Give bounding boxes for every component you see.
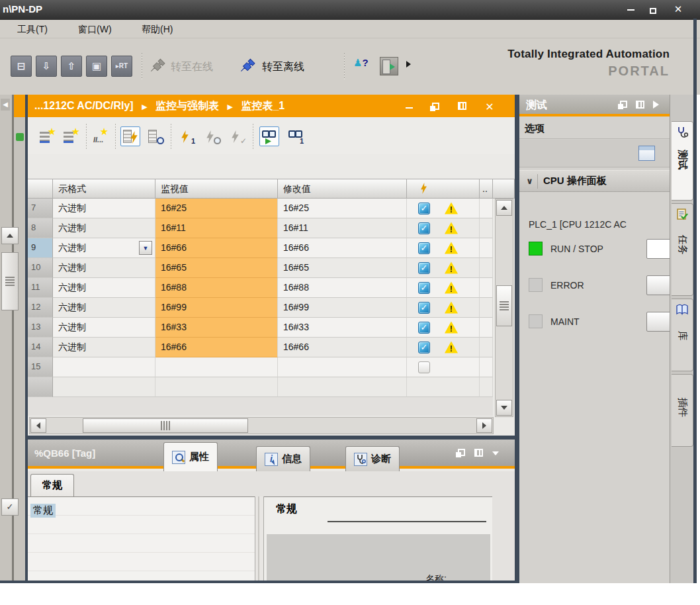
open-window-button[interactable] <box>638 146 655 161</box>
side-tab-addins[interactable]: 插件 <box>672 374 693 447</box>
start-simulation-icon[interactable]: ▣ <box>86 56 107 77</box>
display-format-cell[interactable] <box>53 377 155 397</box>
left-scroll-up-button[interactable] <box>1 227 19 244</box>
modify-value-cell[interactable]: 16#11 <box>278 218 407 238</box>
monitor-value-cell[interactable]: 16#11 <box>155 218 278 238</box>
display-format-cell[interactable]: 六进制 <box>53 199 155 218</box>
chevron-down-icon[interactable]: ∨ <box>522 174 538 189</box>
column-header-index[interactable] <box>28 179 53 199</box>
left-scroll-thumb[interactable] <box>1 252 19 310</box>
modify-value-cell[interactable]: 16#25 <box>278 199 407 218</box>
go-online-button[interactable]: 转至在线 <box>171 60 213 74</box>
start-panel-icon[interactable] <box>380 57 398 75</box>
go-offline-button[interactable]: 转至离线 <box>262 60 304 74</box>
left-bottom-check-icon[interactable]: ✓ <box>1 498 19 516</box>
modify-enable-checkbox[interactable]: ✓ <box>418 203 430 214</box>
info-system-icon[interactable]: ♟? <box>353 57 373 77</box>
row-number-cell[interactable]: 9 <box>28 238 53 258</box>
modify-value-cell[interactable]: 16#99 <box>278 298 407 318</box>
editor-minimize-icon[interactable] <box>402 101 416 111</box>
row-number-cell[interactable] <box>28 377 53 397</box>
watch-all-button[interactable] <box>259 126 279 146</box>
monitor-value-cell[interactable]: 16#66 <box>155 238 278 258</box>
monitor-value-cell[interactable] <box>155 357 278 377</box>
column-header-format[interactable]: 示格式 <box>53 179 155 199</box>
column-header-more[interactable]: .. <box>480 179 493 199</box>
row-number-cell[interactable]: 14 <box>28 338 53 357</box>
row-number-cell[interactable]: 11 <box>28 278 53 298</box>
scroll-right-button[interactable] <box>476 418 492 433</box>
modify-value-cell[interactable]: 16#66 <box>278 338 407 357</box>
nav-item-general[interactable]: 常规 <box>30 504 56 518</box>
table-row[interactable]: 11六进制16#8816#88✓ <box>28 278 493 298</box>
row-number-cell[interactable]: 12 <box>28 298 53 318</box>
modify-enable-checkbox[interactable]: ✓ <box>418 242 430 254</box>
panel-float-icon[interactable] <box>620 101 627 108</box>
table-row[interactable]: 7六进制16#2516#25✓ <box>28 199 493 218</box>
table-row[interactable]: 13六进制16#3316#33✓ <box>28 318 493 338</box>
modify-value-cell[interactable]: 16#66 <box>278 238 407 258</box>
modify-value-cell[interactable] <box>278 357 407 377</box>
modify-value-cell[interactable]: 16#65 <box>278 258 407 278</box>
modify-with-trigger-button[interactable] <box>202 126 222 146</box>
splitter-handle[interactable] <box>255 496 264 581</box>
editor-float-icon[interactable] <box>429 101 442 111</box>
scroll-down-button[interactable] <box>496 400 512 416</box>
tab-diagnostics[interactable]: 诊断 <box>345 446 400 471</box>
tab-general-folder[interactable]: 常规 <box>30 474 74 496</box>
table-row[interactable]: 12六进制16#9916#99✓ <box>28 298 493 318</box>
side-tab-libraries[interactable]: 库 <box>672 299 693 371</box>
inspector-layout-icon[interactable] <box>474 449 483 457</box>
collapse-left-icon[interactable]: ◀ <box>1 99 10 111</box>
modify-value-cell[interactable]: 16#33 <box>278 318 407 338</box>
add-row-button[interactable] <box>61 126 81 146</box>
format-dropdown-button[interactable]: ▼ <box>139 241 152 255</box>
display-format-cell[interactable]: 六进制 <box>53 338 155 357</box>
start-runtime-icon[interactable]: ▸RT <box>111 56 132 77</box>
modify-value-cell[interactable]: 16#88 <box>278 278 407 298</box>
display-format-cell[interactable]: 六进制 <box>53 278 155 298</box>
modify-enable-checkbox[interactable]: ✓ <box>418 322 430 334</box>
tab-properties[interactable]: 属性 <box>163 442 218 471</box>
insert-row-button[interactable] <box>37 126 57 146</box>
monitor-value-cell[interactable]: 16#88 <box>155 278 278 298</box>
menu-window[interactable]: 窗口(W) <box>74 23 116 37</box>
table-row[interactable]: 15 <box>28 357 493 377</box>
editor-close-icon[interactable]: ✕ <box>483 101 496 111</box>
breadcrumb-watch-table-1[interactable]: 监控表_1 <box>241 100 284 111</box>
table-row[interactable]: 14六进制16#6616#66✓ <box>28 338 493 357</box>
close-button[interactable]: ✕ <box>670 3 687 16</box>
scroll-thumb[interactable] <box>496 285 512 326</box>
modify-enable-checkbox[interactable]: ✓ <box>418 302 430 314</box>
modify-enable-checkbox[interactable]: ✓ <box>418 222 430 234</box>
modify-value-cell[interactable] <box>278 377 407 397</box>
row-number-cell[interactable]: 15 <box>28 357 53 377</box>
panel-layout-icon[interactable] <box>636 101 644 109</box>
monitor-value-cell[interactable]: 16#33 <box>155 318 278 338</box>
display-format-cell[interactable]: 六进制 <box>53 298 155 318</box>
modify-enable-checkbox[interactable] <box>418 361 430 373</box>
side-tab-test[interactable]: 测试 <box>672 121 693 201</box>
column-header-modify-enable[interactable] <box>407 179 480 199</box>
menu-tools[interactable]: 工具(T) <box>13 23 52 37</box>
download-to-device-icon[interactable]: ⇩ <box>36 56 57 77</box>
watch-once-button[interactable]: 1 <box>286 126 306 146</box>
minimize-button[interactable] <box>622 3 639 16</box>
insert-multiple-rows-button[interactable]: II... <box>91 126 111 146</box>
modify-enable-checkbox[interactable]: ✓ <box>418 282 430 294</box>
column-header-modify[interactable]: 修改值 <box>278 179 407 199</box>
row-number-cell[interactable]: 7 <box>28 199 53 218</box>
monitor-all-button[interactable] <box>120 126 140 146</box>
scroll-up-button[interactable] <box>496 200 512 216</box>
table-row[interactable]: 9六进制▼16#6616#66✓ <box>28 238 493 258</box>
monitor-value-cell[interactable] <box>155 377 278 397</box>
tab-info[interactable]: 信息 <box>256 446 310 471</box>
display-format-cell[interactable]: 六进制 <box>53 258 155 278</box>
cpu-panel-section-header[interactable]: ∨ CPU 操作面板 <box>519 170 670 192</box>
upload-from-device-icon[interactable]: ⇧ <box>61 56 82 77</box>
table-horizontal-scrollbar[interactable] <box>29 417 494 434</box>
scroll-left-button[interactable] <box>30 418 46 433</box>
modify-enable-checkbox[interactable]: ✓ <box>418 262 430 274</box>
save-project-icon[interactable]: ⊟ <box>11 56 32 77</box>
table-row[interactable]: 10六进制16#6516#65✓ <box>28 258 493 278</box>
